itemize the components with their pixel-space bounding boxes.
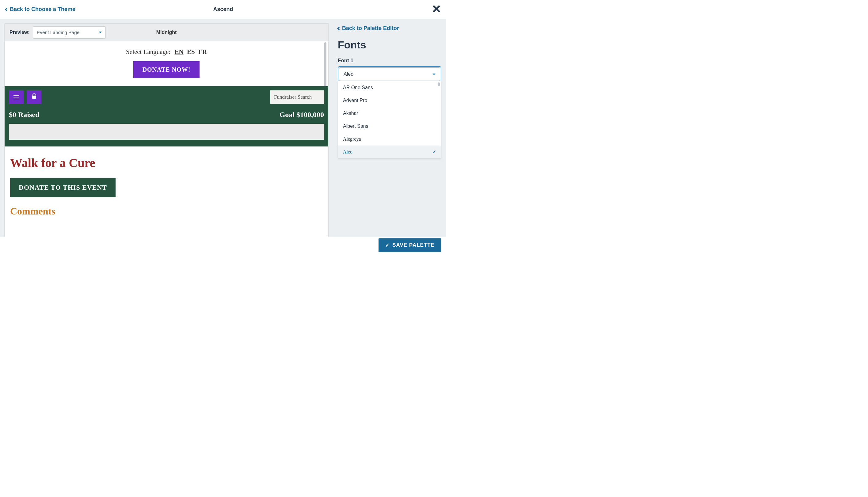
- event-section: Walk for a Cure DONATE TO THIS EVENT Com…: [4, 146, 328, 220]
- fundraiser-search-placeholder: Fundraiser Search: [274, 94, 312, 100]
- language-es[interactable]: ES: [187, 48, 195, 55]
- back-to-palette-link[interactable]: Back to Palette Editor: [338, 25, 441, 31]
- hamburger-icon: [14, 95, 19, 99]
- banner-icon-buttons: [9, 90, 41, 104]
- close-icon: [432, 4, 441, 13]
- close-button[interactable]: [432, 4, 441, 14]
- font-option[interactable]: Alegreya: [338, 133, 441, 145]
- bottom-bar: SAVE PALETTE: [0, 237, 446, 253]
- caret-down-icon: [99, 31, 102, 33]
- preview-select-value: Event Landing Page: [37, 30, 80, 35]
- preview-panel: Preview: Event Landing Page Midnight Sel…: [4, 23, 329, 237]
- font-option[interactable]: Aleo: [338, 145, 441, 158]
- font-option-label: AR One Sans: [343, 85, 373, 90]
- chevron-left-icon: [5, 8, 8, 11]
- donate-to-event-button[interactable]: DONATE TO THIS EVENT: [10, 178, 116, 197]
- font1-label: Font 1: [338, 58, 441, 64]
- dropdown-scrollbar[interactable]: [438, 82, 440, 86]
- chevron-left-icon: [337, 27, 341, 30]
- language-fr[interactable]: FR: [198, 48, 207, 55]
- donate-now-wrap: DONATE NOW!: [4, 61, 328, 78]
- font-option-label: Alegreya: [343, 136, 361, 142]
- font1-select[interactable]: Aleo: [339, 67, 440, 81]
- banner-top-row: Fundraiser Search: [9, 90, 324, 104]
- font-option-label: Aleo: [343, 149, 353, 155]
- raised-amount: $0 Raised: [9, 111, 39, 119]
- caret-down-icon: [432, 73, 436, 75]
- fonts-heading: Fonts: [338, 39, 441, 51]
- raised-goal-row: $0 Raised Goal $100,000: [9, 111, 324, 119]
- font-option[interactable]: Advent Pro: [338, 94, 441, 107]
- lock-icon: [32, 96, 36, 99]
- font-option[interactable]: Albert Sans: [338, 120, 441, 133]
- font1-select-focus-ring: Aleo: [338, 66, 441, 82]
- language-en[interactable]: EN: [175, 48, 184, 55]
- menu-button[interactable]: [9, 90, 24, 104]
- back-to-theme-link[interactable]: Back to Choose a Theme: [5, 6, 75, 13]
- font-option-label: Albert Sans: [343, 124, 368, 129]
- page-title: Ascend: [213, 6, 233, 13]
- font1-dropdown: AR One SansAdvent ProAksharAlbert SansAl…: [338, 81, 441, 159]
- font1-select-value: Aleo: [344, 71, 353, 77]
- preview-body: Select Language: EN ES FR DONATE NOW!: [4, 41, 328, 237]
- donate-now-button[interactable]: DONATE NOW!: [133, 61, 200, 78]
- goal-amount: Goal $100,000: [280, 111, 324, 119]
- right-panel: Back to Palette Editor Fonts Font 1 Aleo…: [333, 19, 446, 237]
- theme-name: Midnight: [156, 30, 177, 35]
- preview-header: Preview: Event Landing Page Midnight: [4, 24, 328, 41]
- font-option-label: Advent Pro: [343, 98, 367, 103]
- check-icon: [433, 150, 436, 154]
- top-bar: Back to Choose a Theme Ascend: [0, 0, 446, 19]
- fundraiser-banner: Fundraiser Search $0 Raised Goal $100,00…: [4, 86, 328, 146]
- comments-heading: Comments: [10, 205, 323, 217]
- lock-button[interactable]: [27, 90, 41, 104]
- save-palette-label: SAVE PALETTE: [392, 242, 435, 248]
- check-icon: [385, 242, 390, 248]
- font-option[interactable]: AR One Sans: [338, 81, 441, 94]
- back-to-palette-label: Back to Palette Editor: [342, 25, 399, 31]
- fundraiser-search-input[interactable]: Fundraiser Search: [270, 90, 324, 104]
- preview-page-select[interactable]: Event Landing Page: [33, 26, 106, 39]
- font-option[interactable]: Akshar: [338, 107, 441, 120]
- font1-select-wrap: Aleo AR One SansAdvent ProAksharAlbert S…: [338, 66, 441, 82]
- event-title: Walk for a Cure: [10, 156, 323, 170]
- language-row: Select Language: EN ES FR: [4, 41, 328, 61]
- font-option-label: Akshar: [343, 111, 358, 116]
- preview-label: Preview:: [10, 30, 30, 35]
- language-label: Select Language:: [126, 48, 170, 55]
- main-area: Preview: Event Landing Page Midnight Sel…: [0, 19, 446, 237]
- save-palette-button[interactable]: SAVE PALETTE: [379, 238, 441, 252]
- back-to-theme-label: Back to Choose a Theme: [10, 6, 75, 13]
- progress-bar: [9, 124, 324, 140]
